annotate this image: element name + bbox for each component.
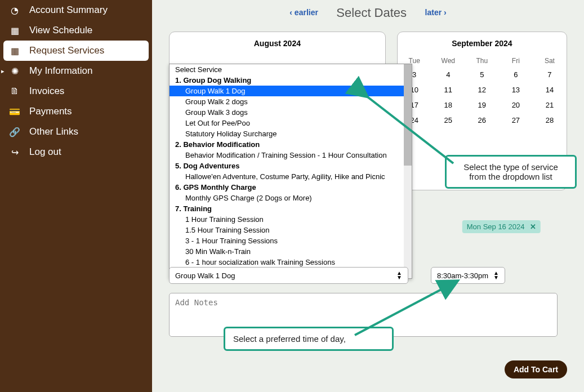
dow-label: Sat [533, 55, 567, 67]
sidebar-item-request-services[interactable]: ▦ Request Services [3, 41, 149, 61]
dropdown-header: Select Service [170, 64, 412, 75]
calendar-day[interactable]: 13 [499, 82, 533, 97]
calendar-day[interactable]: 7 [533, 67, 567, 82]
sidebar-item-other-links[interactable]: 🔗 Other Links [0, 122, 152, 142]
calendar-day[interactable]: 26 [465, 113, 499, 128]
dropdown-option[interactable]: 1.5 Hour Training Session [170, 225, 412, 235]
calendar-day[interactable]: 5 [465, 67, 499, 82]
top-nav: ‹ earlier Select Dates later › [169, 6, 567, 20]
updown-icon: ▲▼ [493, 271, 499, 280]
calendar-day[interactable]: 12 [465, 82, 499, 97]
logout-icon: ↪ [8, 147, 21, 158]
dropdown-group: 7. Training [170, 203, 412, 214]
dropdown-group: 6. GPS Monthly Charge [170, 182, 412, 193]
link-icon: 🔗 [8, 127, 21, 137]
later-label: later [425, 8, 442, 17]
sidebar-item-label: Invoices [29, 86, 64, 97]
document-icon: 🗎 [8, 86, 21, 96]
calendar-day[interactable]: 27 [499, 113, 533, 128]
later-link[interactable]: later › [425, 8, 447, 17]
calendar-day[interactable]: 21 [533, 97, 567, 113]
earlier-label: earlier [295, 8, 318, 17]
dropdown-option[interactable]: 6 - 1 hour socialization walk Training S… [170, 257, 412, 268]
calendar-day[interactable]: 20 [499, 97, 533, 113]
sidebar-item-label: My Information [29, 65, 92, 77]
sidebar-item-label: Payments [29, 106, 72, 117]
sidebar: ◔ Account Summary ▦ View Schedule ▦ Requ… [0, 0, 152, 392]
earlier-link[interactable]: ‹ earlier [289, 8, 318, 17]
calendar-day[interactable]: 4 [431, 67, 465, 82]
calendar-icon: ▦ [8, 25, 21, 36]
sidebar-item-label: View Schedule [29, 25, 92, 36]
calendar-title: August 2024 [170, 32, 385, 55]
callout-service: Select the type of service from the drop… [445, 155, 577, 189]
service-select-value: Group Walk 1 Dog [175, 271, 235, 280]
svg-line-0 [366, 96, 453, 163]
dropdown-option[interactable]: 30 Min Walk-n-Train [170, 246, 412, 257]
calendar-title: September 2024 [398, 32, 567, 55]
dow-label: Thu [465, 55, 499, 67]
chevron-left-icon: ‹ [289, 8, 292, 17]
calendar-day[interactable]: 14 [533, 82, 567, 97]
calendar-day[interactable]: 19 [465, 97, 499, 113]
chevron-right-icon: › [444, 8, 447, 17]
sidebar-item-my-information[interactable]: ✺ My Information [0, 61, 152, 81]
sidebar-item-label: Request Services [29, 45, 104, 56]
sidebar-item-logout[interactable]: ↪ Log out [0, 142, 152, 162]
calendar-icon: ▦ [8, 46, 21, 56]
arrow-icon [349, 279, 462, 343]
dashboard-icon: ◔ [8, 5, 21, 16]
dow-label: Wed [431, 55, 465, 67]
sidebar-item-label: Other Links [29, 126, 78, 137]
selected-date-label: Mon Sep 16 2024 [467, 222, 525, 231]
sidebar-item-label: Log out [29, 146, 61, 158]
sidebar-item-payments[interactable]: 💳 Payments [0, 101, 152, 122]
calendar-day[interactable]: 6 [499, 67, 533, 82]
card-icon: 💳 [8, 106, 21, 117]
dropdown-option[interactable]: 3 - 1 Hour Training Sessions [170, 235, 412, 246]
sidebar-item-account-summary[interactable]: ◔ Account Summary [0, 0, 152, 20]
dropdown-option[interactable]: Monthly GPS Charge (2 Dogs or More) [170, 193, 412, 203]
dropdown-option[interactable]: 1 Hour Training Session [170, 214, 412, 225]
page-title: Select Dates [336, 6, 407, 20]
selected-date-pill[interactable]: Mon Sep 16 2024 ✕ [462, 220, 541, 233]
add-to-cart-button[interactable]: Add To Cart [505, 360, 567, 378]
calendar-day[interactable]: 28 [533, 113, 567, 128]
arrow-icon [360, 90, 462, 182]
svg-line-1 [355, 282, 456, 335]
sidebar-item-label: Account Summary [29, 5, 108, 16]
sidebar-item-invoices[interactable]: 🗎 Invoices [0, 81, 152, 101]
dow-label: Fri [499, 55, 533, 67]
remove-date-icon[interactable]: ✕ [530, 222, 536, 231]
paw-icon: ✺ [8, 66, 21, 77]
dropdown-group: 1. Group Dog Walking [170, 75, 412, 86]
sidebar-item-view-schedule[interactable]: ▦ View Schedule [0, 20, 152, 41]
